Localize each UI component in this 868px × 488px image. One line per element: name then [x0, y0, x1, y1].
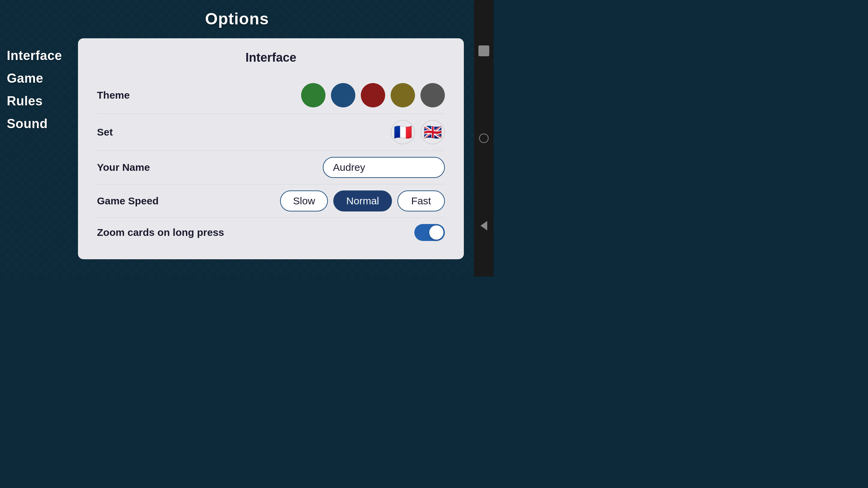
android-back-button[interactable]	[478, 220, 489, 231]
your-name-row: Your Name	[97, 151, 445, 184]
android-home-button[interactable]	[479, 134, 489, 143]
sidebar-item-sound[interactable]: Sound	[7, 117, 75, 131]
game-speed-row: Game Speed Slow Normal Fast	[97, 184, 445, 218]
panel-title: Interface	[97, 50, 445, 65]
speed-slow-button[interactable]: Slow	[280, 190, 328, 211]
theme-label: Theme	[97, 89, 130, 101]
flag-french[interactable]: 🇫🇷	[391, 120, 415, 144]
theme-blue[interactable]	[331, 83, 355, 107]
right-sidebar	[474, 0, 494, 277]
your-name-label: Your Name	[97, 162, 150, 173]
speed-controls: Slow Normal Fast	[280, 190, 445, 211]
game-speed-label: Game Speed	[97, 195, 159, 207]
set-controls: 🇫🇷 🇬🇧	[391, 120, 445, 144]
name-input[interactable]	[323, 157, 445, 178]
theme-controls	[301, 83, 445, 107]
name-controls	[323, 157, 445, 178]
theme-red[interactable]	[361, 83, 385, 107]
theme-gray[interactable]	[420, 83, 445, 107]
speed-fast-button[interactable]: Fast	[397, 190, 445, 211]
toggle-knob	[429, 225, 443, 240]
body-area: Interface Game Rules Sound Interface The…	[0, 35, 474, 277]
sidebar-item-rules[interactable]: Rules	[7, 94, 75, 108]
speed-normal-button[interactable]: Normal	[333, 190, 392, 211]
left-nav: Interface Game Rules Sound	[7, 35, 75, 138]
theme-row: Theme	[97, 77, 445, 114]
set-label: Set	[97, 126, 113, 138]
zoom-row: Zoom cards on long press	[97, 218, 445, 247]
main-content: Options Interface Game Rules Sound Inter…	[0, 0, 474, 277]
flag-uk[interactable]: 🇬🇧	[420, 120, 445, 144]
zoom-toggle[interactable]	[414, 224, 445, 241]
settings-panel: Interface Theme Set 🇫🇷 🇬🇧	[78, 38, 464, 259]
theme-olive[interactable]	[391, 83, 415, 107]
zoom-controls	[414, 224, 445, 241]
page-title: Options	[205, 9, 269, 28]
zoom-label: Zoom cards on long press	[97, 227, 224, 238]
sidebar-item-game[interactable]: Game	[7, 71, 75, 86]
theme-green[interactable]	[301, 83, 326, 107]
set-row: Set 🇫🇷 🇬🇧	[97, 114, 445, 151]
android-recent-button[interactable]	[478, 45, 489, 56]
sidebar-item-interface[interactable]: Interface	[7, 48, 75, 63]
